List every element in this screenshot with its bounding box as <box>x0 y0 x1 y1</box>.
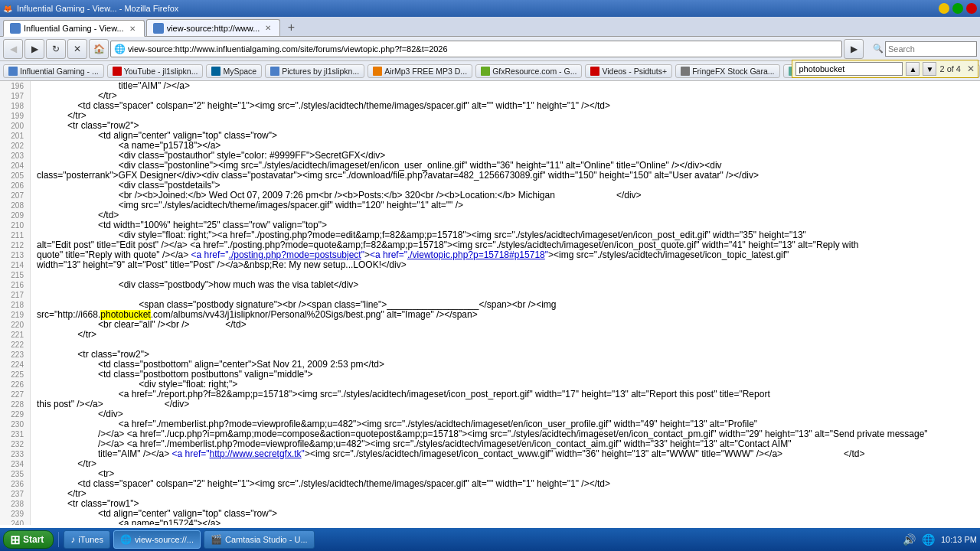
line-number: 232 <box>0 439 31 449</box>
link-value[interactable]: ./posting.php?mode=postsubject <box>229 250 361 260</box>
bookmark-label-4: Pictures by jl1slipkn... <box>282 67 359 76</box>
line-number: 207 <box>0 191 31 201</box>
tab-bar: Influential Gaming - View... ✕ view-sour… <box>0 17 980 37</box>
source-line: 219src="http://i668.photobucket.com/albu… <box>0 310 980 320</box>
source-line: 196 title="AIM" /></a> <box>0 81 980 91</box>
line-content: </div> <box>31 409 980 419</box>
line-number: 215 <box>0 270 31 280</box>
line-number: 216 <box>0 280 31 290</box>
taskbar-network-icon[interactable]: 🌐 <box>922 533 935 546</box>
new-tab-button[interactable]: + <box>282 19 300 36</box>
bookmark-pictures[interactable]: Pictures by jl1slipkn... <box>265 64 364 78</box>
line-content <box>31 290 980 300</box>
line-content: </tr> <box>31 489 980 499</box>
source-line: 203 <div class="postauthor" style="color… <box>0 151 980 161</box>
line-content: <br clear="all" /><br /> </td> <box>31 320 980 330</box>
link-value[interactable]: ./viewtopic.php?p=15718#p15718 <box>407 250 545 260</box>
taskbar: ⊞ Start ♪ iTunes 🌐 view-source://... 🎬 C… <box>0 528 980 551</box>
bookmark-myspace[interactable]: MySpace <box>206 64 262 78</box>
tab-2[interactable]: view-source:http://www... ✕ <box>146 19 281 36</box>
source-line: 233 title="AIM" /></a> <a href="http://w… <box>0 449 980 459</box>
tab-1[interactable]: Influential Gaming - View... ✕ <box>3 20 145 37</box>
line-content <box>31 340 980 350</box>
bookmark-icon-7 <box>590 67 599 76</box>
source-line: 200 <tr class="row2"> <box>0 121 980 131</box>
line-number: 236 <box>0 479 31 489</box>
bookmark-icon-3 <box>211 67 220 76</box>
html-attribute-close: " <box>302 449 305 459</box>
forward-button[interactable]: ▶ <box>24 39 44 59</box>
source-line: 237 </tr> <box>0 489 980 499</box>
line-number: 206 <box>0 181 31 191</box>
taskbar-viewsource[interactable]: 🌐 view-source://... <box>113 530 201 549</box>
source-line: 217 <box>0 290 980 300</box>
find-count: 2 of 4 <box>939 64 961 73</box>
line-number: 208 <box>0 201 31 210</box>
find-previous-button[interactable]: ▲ <box>906 62 920 76</box>
home-button[interactable]: 🏠 <box>89 39 109 59</box>
source-line: 206 <div class="postdetails"> <box>0 181 980 191</box>
taskbar-camtasia[interactable]: 🎬 Camtasia Studio - U... <box>204 530 315 549</box>
bookmark-airmp3[interactable]: AirMp3 FREE MP3 D... <box>368 64 472 78</box>
line-number: 237 <box>0 489 31 499</box>
line-number: 214 <box>0 260 31 270</box>
line-content: this post" /></a> </div> <box>31 399 980 409</box>
find-next-button[interactable]: ▼ <box>923 62 936 76</box>
link-value[interactable]: http://www.secretgfx.tk <box>210 449 302 459</box>
line-number: 210 <box>0 220 31 230</box>
back-button[interactable]: ◀ <box>3 39 23 59</box>
source-line: 229 </div> <box>0 409 980 419</box>
taskbar-volume-icon[interactable]: 🔊 <box>903 533 916 546</box>
line-number: 196 <box>0 81 31 91</box>
bookmark-youtube[interactable]: YouTube - jl1slipkn... <box>107 64 204 78</box>
source-line: 209 </td> <box>0 210 980 220</box>
line-number: 223 <box>0 350 31 360</box>
source-line: 239 <td align="center" valign="top" clas… <box>0 509 980 519</box>
line-content: <td align="center" valign="top" class="r… <box>31 509 980 519</box>
line-number: 213 <box>0 250 31 260</box>
start-button[interactable]: ⊞ Start <box>3 530 54 549</box>
source-line: 236 <td class="spacer" colspan="2" heigh… <box>0 479 980 489</box>
minimize-button[interactable] <box>939 3 949 14</box>
tab-close-1[interactable]: ✕ <box>127 23 138 34</box>
source-line: 238 <tr class="row1"> <box>0 499 980 509</box>
close-button[interactable] <box>966 3 977 14</box>
line-number: 227 <box>0 390 31 399</box>
taskbar-clock: 10:13 PM <box>941 535 977 544</box>
line-content: /></a> <a href="./ucp.php?i=pm&amp;mode=… <box>31 429 980 439</box>
tab-favicon-2 <box>153 23 164 34</box>
maximize-button[interactable] <box>952 3 963 14</box>
line-number: 238 <box>0 499 31 509</box>
taskbar-itunes[interactable]: ♪ iTunes <box>64 530 110 549</box>
bookmark-fringefx[interactable]: FringeFX Stock Gara... <box>675 64 779 78</box>
source-line: 216 <div class="postbody">how much was t… <box>0 280 980 290</box>
find-close-button[interactable]: ✕ <box>967 64 975 74</box>
line-content: <div style="float: right;"><a href="./po… <box>31 230 980 240</box>
tab-close-2[interactable]: ✕ <box>263 23 273 34</box>
reload-button[interactable]: ↻ <box>46 39 66 59</box>
taskbar-label-itunes: iTunes <box>78 535 103 544</box>
line-number: 212 <box>0 240 31 250</box>
address-bar[interactable]: 🌐 view-source:http://www.influentialgami… <box>110 41 842 57</box>
window-title: Influential Gaming - View... - Mozilla F… <box>17 4 178 13</box>
line-number: 221 <box>0 330 31 340</box>
stop-button[interactable]: ✕ <box>67 39 87 59</box>
line-number: 233 <box>0 449 31 459</box>
line-number: 230 <box>0 419 31 429</box>
source-line: 225 <td class="postbottom postbuttons" v… <box>0 370 980 380</box>
source-line: 220 <br clear="all" /><br /> </td> <box>0 320 980 330</box>
go-button[interactable]: ▶ <box>844 39 864 59</box>
taskbar-right: 🔊 🌐 10:13 PM <box>903 533 977 546</box>
bookmark-gfxresource[interactable]: GfxResource.com - G... <box>475 64 582 78</box>
line-number: 199 <box>0 111 31 121</box>
line-content: <div class="postbody">how much was the v… <box>31 280 980 290</box>
bookmark-icon-6 <box>481 67 490 76</box>
bookmark-videos[interactable]: Videos - Psidtuts+ <box>585 64 672 78</box>
html-attribute: <a href=" <box>370 250 407 260</box>
source-line: 218 <span class="postbody signature"><br… <box>0 300 980 310</box>
source-line: 215 <box>0 270 980 280</box>
browser-search-input[interactable] <box>885 41 977 57</box>
line-number: 204 <box>0 161 31 171</box>
find-input[interactable] <box>795 62 903 76</box>
bookmark-influential-gaming[interactable]: Influential Gaming - ... <box>3 64 104 78</box>
